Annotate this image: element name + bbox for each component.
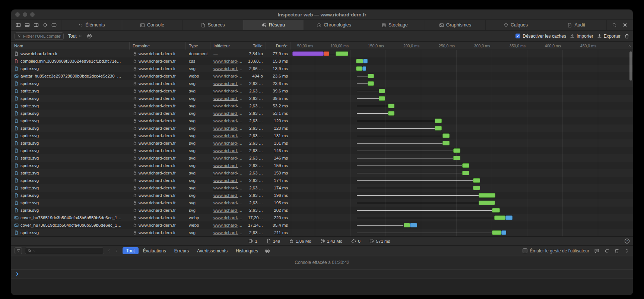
scope-avertissements[interactable]: Avertissements [193,247,231,254]
network-request-row[interactable]: sprite.svg www.richard-dern.fr svg www.r… [11,102,633,110]
initiator-link[interactable]: www.richard-d… [213,59,244,63]
undock-button[interactable] [34,22,39,28]
network-request-row[interactable]: sprite.svg www.richard-dern.fr svg www.r… [11,184,633,192]
waterfall-blue-bar[interactable] [501,230,506,235]
network-request-row[interactable]: sprite.svg www.richard-dern.fr svg www.r… [11,154,633,162]
network-request-row[interactable]: sprite.svg www.richard-dern.fr svg www.r… [11,192,633,199]
waterfall-green-bar[interactable] [442,141,450,145]
network-request-row[interactable]: sprite.svg www.richard-dern.fr svg www.r… [11,117,633,125]
waterfall-green-bar[interactable] [404,223,410,227]
tab-stockage[interactable]: Stockage [364,20,425,30]
waterfall-green-bar[interactable] [473,186,480,190]
export-button[interactable]: Exporter [597,34,621,39]
tab-graphismes[interactable]: Graphismes [425,20,485,30]
inspect-element-button[interactable] [42,22,48,28]
console-activity-button[interactable] [265,248,270,254]
network-request-row[interactable]: sprite.svg www.richard-dern.fr svg www.r… [11,169,633,177]
network-request-row[interactable]: sprite.svg www.richard-dern.fr svg www.r… [11,147,633,154]
settings-button[interactable] [622,22,628,28]
initiator-link[interactable]: www.richard-d… [213,163,244,168]
close-window-button[interactable] [15,12,20,17]
waterfall-green-bar[interactable] [356,59,363,63]
tab-sources[interactable]: Sources [182,20,243,30]
waterfall-green-bar[interactable] [453,156,460,160]
column-header-type[interactable]: Type [186,42,210,50]
tab-console[interactable]: Console [122,20,183,30]
column-header-initiateur[interactable]: Initiateur [210,42,247,50]
network-request-row[interactable]: sprite.svg www.richard-dern.fr svg www.r… [11,80,633,87]
initiator-link[interactable]: www.richard-d… [213,119,244,123]
dock-side-button[interactable] [16,22,21,28]
initiator-link[interactable]: www.richard-d… [213,223,244,227]
titlebar[interactable]: Inspecteur web — www.richard-dern.fr [11,10,633,20]
chevron-up-icon[interactable] [627,44,631,48]
scope-historiques[interactable]: Historiques [232,247,262,254]
waterfall-green-bar[interactable] [453,148,460,153]
waterfall-green-bar[interactable] [336,51,348,56]
initiator-link[interactable]: www.richard-d… [213,230,244,235]
initiator-link[interactable]: www.richard-d… [213,66,244,71]
network-request-row[interactable]: sprite.svg www.richard-dern.fr svg www.r… [11,65,633,72]
device-settings-button[interactable] [51,22,57,28]
waterfall-green-bar[interactable] [442,133,450,138]
scope-erreurs[interactable]: Erreurs [171,247,193,254]
vertical-scrollbar[interactable] [629,51,632,81]
network-request-row[interactable]: sprite.svg www.richard-dern.fr svg www.r… [11,199,633,207]
initiator-link[interactable]: www.richard-d… [213,148,244,153]
network-request-row[interactable]: sprite.svg www.richard-dern.fr svg www.r… [11,125,633,132]
network-request-row[interactable]: sprite.svg www.richard-dern.fr svg www.r… [11,110,633,117]
initiator-link[interactable]: www.richard-d… [213,208,244,213]
column-header-taille[interactable]: Taille [247,42,266,50]
waterfall-green-bar[interactable] [479,193,496,198]
network-request-row[interactable]: sprite.svg www.richard-dern.fr svg www.r… [11,95,633,102]
history-back-button[interactable] [107,249,111,253]
network-request-row[interactable]: sprite.svg www.richard-dern.fr svg www.r… [11,207,633,214]
waterfall-green-bar[interactable] [494,215,505,220]
import-button[interactable]: Importer [570,34,593,39]
network-request-row[interactable]: www.richard-dern.fr www.richard-dern.fr … [11,50,633,57]
initiator-link[interactable]: www.richard-d… [213,89,244,93]
initiator-link[interactable]: www.richard-d… [213,178,244,183]
tab-elements[interactable]: Éléments [61,20,122,30]
waterfall-orange-bar[interactable] [324,51,329,56]
resource-type-filter[interactable]: Tout [67,34,83,39]
url-filter-field[interactable] [15,32,64,40]
initiator-link[interactable]: www.richard-d… [213,96,244,101]
waterfall-green-bar[interactable] [435,126,442,130]
waterfall-green-bar[interactable] [492,208,500,213]
network-request-row[interactable]: compiled.min.38390909f303624ed9e1cf1bd3f… [11,57,633,65]
waterfall-green-bar[interactable] [492,230,501,235]
waterfall-blue-bar[interactable] [505,215,513,220]
network-request-row[interactable]: cover_hu736519dc3b5040cfa48b6b559b6de6ec… [11,221,633,229]
network-request-row[interactable]: sprite.svg www.richard-dern.fr svg www.r… [11,132,633,139]
clear-network-items-button[interactable] [624,34,629,39]
network-request-row[interactable]: sprite.svg www.richard-dern.fr svg www.r… [11,177,633,184]
network-request-row[interactable]: sprite.svg www.richard-dern.fr svg www.r… [11,139,633,147]
help-button[interactable]: ? [624,238,630,244]
initiator-link[interactable]: www.richard-d… [213,126,244,130]
tab-calques[interactable]: Calques [485,20,546,30]
scope-tout[interactable]: Tout [123,247,139,254]
column-header-domaine[interactable]: Domaine [130,42,186,50]
console-search-field[interactable] [25,247,104,254]
waterfall-blue-bar[interactable] [362,66,366,71]
column-header-nom[interactable]: Nom [11,42,130,50]
initiator-link[interactable]: www.richard-d… [213,104,244,108]
waterfall-green-bar[interactable] [462,163,469,168]
console-reload-button[interactable] [604,248,609,254]
network-activity-button[interactable] [87,34,92,39]
waterfall-green-bar[interactable] [368,81,374,86]
initiator-link[interactable]: www.richard-d… [213,81,244,86]
zoom-window-button[interactable] [30,12,35,17]
waterfall-green-bar[interactable] [479,201,495,205]
network-request-row[interactable]: avatar_hu85ecc3e298728880b0bde2dcc4e5c23… [11,72,633,80]
console-filter-button[interactable] [15,247,22,254]
console-clear-button[interactable] [614,248,619,254]
scope-evaluations[interactable]: Évaluations [139,247,170,254]
initiator-link[interactable]: www.richard-d… [213,156,244,160]
waterfall-green-bar[interactable] [388,104,394,108]
emulate-user-gesture-checkbox[interactable]: Émuler le geste de l'utilisateur [523,248,589,254]
waterfall-green-bar[interactable] [379,96,385,101]
console-search-input[interactable] [37,249,101,253]
network-request-row[interactable]: sprite.svg www.richard-dern.fr svg www.r… [11,87,633,95]
